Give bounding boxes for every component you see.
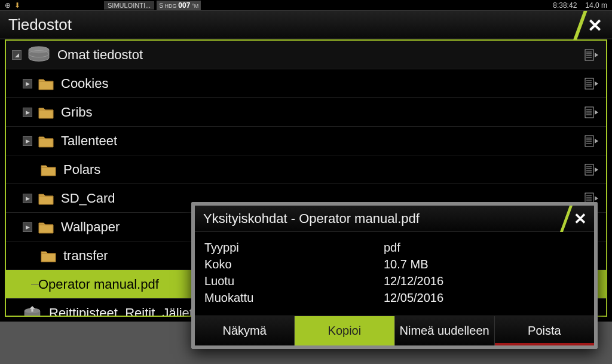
detail-row-size: Koko 10.7 MB <box>204 256 585 273</box>
status-bar: ⊕ ⬇ SIMULOINTI... S HDG 007 °M 8:38:42 1… <box>0 0 612 11</box>
tree-item-label: Polars <box>63 162 585 178</box>
detail-label: Muokattu <box>204 289 384 306</box>
dialog-footer: Näkymä Kopioi Nimeä uudelleen Poista <box>195 316 594 345</box>
tree-row-polars[interactable]: Polars <box>6 155 606 184</box>
window-title: Tiedostot <box>8 16 72 34</box>
close-button[interactable]: ✕ <box>552 11 612 39</box>
tree-item-label: Cookies <box>61 76 585 91</box>
disk-icon <box>27 45 50 65</box>
folder-icon <box>38 221 54 234</box>
svg-marker-20 <box>595 110 598 115</box>
root-label: Omat tiedostot <box>57 47 585 63</box>
expander-collapse-icon[interactable]: ◢ <box>12 50 22 60</box>
details-icon[interactable] <box>585 164 599 176</box>
svg-rect-27 <box>585 164 593 175</box>
details-icon[interactable] <box>585 78 599 90</box>
detail-value: 12/05/2016 <box>384 289 585 306</box>
tree-row-tallenteet[interactable]: ▶ Tallenteet <box>6 127 606 155</box>
hdg-badge: S HDG 007 °M <box>157 1 201 10</box>
detail-value: pdf <box>384 239 585 256</box>
tree-row-cookies[interactable]: ▶ Cookies <box>6 69 606 98</box>
tree-row-gribs[interactable]: ▶ Gribs <box>6 98 606 127</box>
dialog-close-button[interactable]: ✕ <box>546 206 594 232</box>
expander-expand-icon[interactable]: ▶ <box>23 79 32 88</box>
svg-marker-8 <box>595 53 598 57</box>
svg-marker-32 <box>595 167 598 172</box>
copy-button[interactable]: Kopioi <box>295 316 394 345</box>
expander-expand-icon[interactable]: ▶ <box>23 136 32 146</box>
rename-button[interactable]: Nimeä uudelleen <box>395 316 495 345</box>
close-icon: ✕ <box>587 15 602 36</box>
tree-row-root[interactable]: ◢ Omat tiedostot <box>6 41 606 69</box>
expander-expand-icon[interactable]: ▶ <box>23 108 32 117</box>
expander-expand-icon[interactable]: ▶ <box>23 222 32 232</box>
folder-icon <box>38 192 54 205</box>
detail-value: 12/12/2016 <box>384 273 585 289</box>
globe-icon: ⊕ <box>5 1 11 10</box>
detail-row-modified: Muokattu 12/05/2016 <box>204 289 585 306</box>
sat-icon: ⬇ <box>14 1 20 10</box>
details-dialog: Yksityiskohdat - Operator manual.pdf ✕ T… <box>191 202 598 349</box>
close-icon: ✕ <box>574 210 587 228</box>
svg-rect-21 <box>585 136 593 146</box>
detail-value: 10.7 MB <box>384 256 585 273</box>
view-button[interactable]: Näkymä <box>195 316 295 345</box>
svg-marker-14 <box>595 81 598 86</box>
details-icon[interactable] <box>585 135 599 147</box>
details-icon[interactable] <box>585 49 599 61</box>
svg-marker-38 <box>595 196 598 201</box>
files-window-header: Tiedostot ✕ <box>0 11 612 39</box>
status-depth: 14.0 m <box>585 1 607 10</box>
folder-icon <box>41 163 56 176</box>
details-icon[interactable] <box>585 106 599 118</box>
status-time: 8:38:42 <box>553 1 577 10</box>
delete-button[interactable]: Poista <box>495 316 594 345</box>
folder-icon <box>38 106 54 119</box>
waypoints-icon <box>23 305 42 317</box>
folder-icon <box>41 249 56 262</box>
svg-rect-9 <box>585 78 593 89</box>
svg-rect-3 <box>585 50 593 60</box>
sim-mode-label: SIMULOINTI... <box>104 1 154 10</box>
folder-icon <box>38 134 54 148</box>
tree-item-label: Tallenteet <box>61 133 585 149</box>
detail-label: Koko <box>204 256 384 273</box>
detail-row-created: Luotu 12/12/2016 <box>204 273 585 289</box>
detail-label: Tyyppi <box>204 239 384 256</box>
svg-rect-15 <box>585 107 593 118</box>
expander-expand-icon[interactable]: ▶ <box>23 194 32 203</box>
detail-row-type: Tyyppi pdf <box>204 239 585 256</box>
details-dialog-header: Yksityiskohdat - Operator manual.pdf ✕ <box>195 206 594 232</box>
detail-label: Luotu <box>204 273 384 289</box>
details-body: Tyyppi pdf Koko 10.7 MB Luotu 12/12/2016… <box>195 232 594 316</box>
dialog-title: Yksityiskohdat - Operator manual.pdf <box>203 211 420 227</box>
svg-marker-26 <box>595 139 598 143</box>
svg-point-1 <box>29 46 49 53</box>
tree-item-label: Gribs <box>61 105 585 120</box>
folder-icon <box>38 77 54 90</box>
